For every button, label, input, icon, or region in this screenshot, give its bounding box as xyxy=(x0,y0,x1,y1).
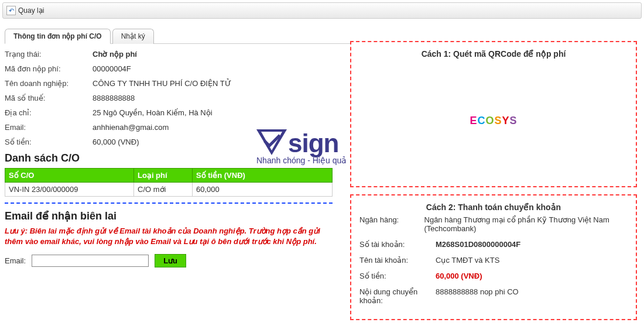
method2-title: Cách 2: Thanh toán chuyển khoản xyxy=(359,203,628,212)
orderid-value: 00000004F xyxy=(93,64,131,73)
back-button[interactable]: ↶ Quay lại xyxy=(5,5,49,16)
tab-log[interactable]: Nhật ký xyxy=(112,29,154,44)
co-table: Số C/O Loại phí Số tiền (VNĐ) VN-IN 23/0… xyxy=(5,168,333,197)
method1-title: Cách 1: Quét mã QRCode để nộp phí xyxy=(359,49,628,59)
content-label: Nội dung chuyển khoản: xyxy=(359,287,436,305)
payment-method-1: Cách 1: Quét mã QRCode để nộp phí E C O … xyxy=(350,41,637,187)
amount-value: 60,000 (VNĐ) xyxy=(93,138,139,146)
address-label: Địa chỉ: xyxy=(5,108,93,117)
tax-label: Mã số thuế: xyxy=(5,94,93,102)
pay-amount-value: 60,000 (VNĐ) xyxy=(436,272,482,280)
address-value: 25 Ngô Quyền, Hoàn Kiếm, Hà Nội xyxy=(93,108,213,117)
tax-value: 8888888888 xyxy=(93,94,135,102)
bank-label: Ngân hàng: xyxy=(359,215,424,233)
status-value: Chờ nộp phí xyxy=(93,50,137,59)
company-label: Tên doanh nghiệp: xyxy=(5,79,93,88)
receipt-email-input[interactable] xyxy=(32,255,149,267)
pay-amount-label: Số tiền: xyxy=(359,272,436,280)
tabs: Thông tin đơn nộp phí C/O Nhật ký xyxy=(5,28,350,43)
company-value: CÔNG TY TNHH THU PHÍ C/O ĐIỆN TỬ xyxy=(93,79,231,88)
back-icon: ↶ xyxy=(6,6,16,15)
acctname-value: Cục TMĐT và KTS xyxy=(436,256,499,265)
email-label: Email: xyxy=(5,123,93,132)
qr-brand-ecosys: E C O S Y S xyxy=(467,114,519,128)
cell-co-amount: 60,000 xyxy=(193,183,333,197)
email-value: anhhienah@gmai.com xyxy=(93,123,169,132)
toolbar: ↶ Quay lại xyxy=(2,2,642,19)
payment-method-2: Cách 2: Thanh toán chuyển khoản Ngân hàn… xyxy=(350,194,637,320)
bank-value: Ngân hàng Thương mại cổ phần Kỹ Thương V… xyxy=(424,215,628,233)
cell-co-no: VN-IN 23/00/000009 xyxy=(5,183,134,197)
th-co-type: Loại phí xyxy=(134,169,193,183)
acct-label: Số tài khoản: xyxy=(359,240,436,249)
cell-co-type: C/O mới xyxy=(134,183,193,197)
table-row: VN-IN 23/00/000009 C/O mới 60,000 xyxy=(5,183,333,197)
receipt-email-label: Email: xyxy=(5,256,26,265)
acctname-label: Tên tài khoản: xyxy=(359,256,436,265)
th-co-amount: Số tiền (VNĐ) xyxy=(193,169,333,183)
receipt-title: Email để nhận biên lai xyxy=(5,210,350,222)
qr-code: E C O S Y S xyxy=(435,62,552,179)
tab-info[interactable]: Thông tin đơn nộp phí C/O xyxy=(5,29,111,44)
content-value: 8888888888 nop phi CO xyxy=(436,287,519,305)
th-co-no: Số C/O xyxy=(5,169,134,183)
receipt-warning: Lưu ý: Biên lai mặc định gửi về Email tà… xyxy=(5,226,333,247)
acct-value: M268S01D0800000004F xyxy=(436,240,520,249)
status-label: Trạng thái: xyxy=(5,50,93,59)
back-label: Quay lại xyxy=(18,6,44,15)
save-button[interactable]: Lưu xyxy=(155,254,186,267)
orderid-label: Mã đơn nộp phí: xyxy=(5,64,93,73)
divider xyxy=(5,203,333,204)
amount-label: Số tiền: xyxy=(5,138,93,146)
co-list-title: Danh sách C/O xyxy=(5,152,350,164)
